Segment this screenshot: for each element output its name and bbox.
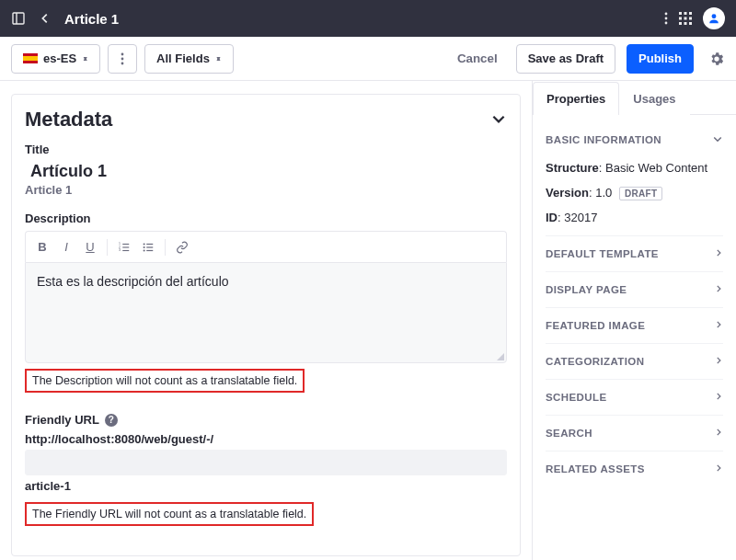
gear-icon[interactable] [708, 51, 725, 67]
svg-rect-0 [13, 13, 24, 24]
title-sub: Article 1 [25, 183, 507, 197]
save-draft-button[interactable]: Save as Draft [516, 44, 615, 74]
svg-rect-8 [679, 17, 682, 20]
flag-spain-icon [23, 53, 38, 63]
svg-rect-29 [146, 249, 153, 250]
side-tabs: Properties Usages [533, 81, 736, 115]
metadata-heading: Metadata [25, 108, 112, 131]
svg-rect-10 [689, 17, 692, 20]
structure-row: Structure: Basic Web Content [546, 155, 723, 180]
svg-rect-11 [679, 22, 682, 25]
chevron-right-icon [714, 248, 723, 259]
friendly-url-slug: article-1 [25, 479, 507, 493]
help-icon[interactable]: ? [105, 414, 118, 427]
ordered-list-icon[interactable]: 123 [113, 236, 135, 258]
toolbar: es-ES ▲▼ All Fields ▲▼ Cancel Save as Dr… [0, 37, 736, 81]
italic-icon[interactable]: I [55, 236, 77, 258]
description-editor[interactable]: Esta es la descripción del artículo [25, 262, 507, 363]
svg-point-3 [665, 17, 668, 20]
version-row: Version: 1.0 DRAFT [546, 180, 723, 205]
section-categorization[interactable]: CATEGORIZATION [546, 343, 723, 379]
bold-icon[interactable]: B [31, 236, 53, 258]
fields-filter-selector[interactable]: All Fields ▲▼ [144, 44, 234, 74]
friendly-url-note: The Friendly URL will not count as a tra… [25, 502, 314, 526]
chevron-right-icon [714, 320, 723, 331]
cancel-button[interactable]: Cancel [450, 44, 505, 74]
locale-selector[interactable]: es-ES ▲▼ [11, 44, 100, 74]
svg-point-16 [121, 57, 124, 60]
topbar: Article 1 [0, 0, 736, 37]
friendly-url-prefix: http://localhost:8080/web/guest/-/ [25, 432, 507, 446]
chevron-right-icon [714, 428, 723, 439]
description-note: The Description will not count as a tran… [25, 369, 305, 393]
cards-view-icon[interactable] [11, 11, 26, 26]
chevron-down-icon[interactable] [490, 110, 507, 130]
side-panel: Properties Usages BASIC INFORMATION Stru… [532, 81, 736, 560]
id-row: ID: 32017 [546, 205, 723, 230]
apps-grid-icon[interactable] [679, 12, 692, 25]
basic-info-heading[interactable]: BASIC INFORMATION [546, 124, 723, 155]
main-content: Metadata Title Artículo 1 Article 1 Desc… [0, 81, 532, 560]
svg-text:3: 3 [119, 248, 121, 252]
unordered-list-icon[interactable] [137, 236, 159, 258]
svg-rect-27 [146, 243, 153, 244]
chevron-right-icon [714, 463, 723, 474]
editor-toolbar: B I U 123 [25, 231, 507, 262]
title-label: Title [25, 143, 507, 156]
divider [165, 239, 166, 256]
kebab-icon[interactable] [664, 12, 668, 25]
tab-usages[interactable]: Usages [619, 82, 689, 115]
locale-label: es-ES [43, 51, 76, 65]
svg-rect-6 [684, 12, 687, 15]
svg-rect-9 [684, 17, 687, 20]
publish-button[interactable]: Publish [627, 44, 694, 74]
chevron-right-icon [714, 356, 723, 367]
section-related-assets[interactable]: RELATED ASSETS [546, 451, 723, 486]
svg-point-15 [121, 52, 124, 55]
friendly-url-label: Friendly URL ? [25, 413, 507, 427]
status-badge: DRAFT [619, 187, 662, 200]
chevron-down-icon [712, 133, 723, 146]
section-display-page[interactable]: DISPLAY PAGE [546, 271, 723, 307]
description-label: Description [25, 211, 507, 225]
svg-rect-12 [684, 22, 687, 25]
svg-rect-5 [679, 12, 682, 15]
section-featured-image[interactable]: FEATURED IMAGE [546, 307, 723, 343]
svg-point-26 [144, 249, 145, 251]
svg-point-4 [665, 22, 668, 25]
svg-point-14 [712, 14, 717, 18]
svg-point-24 [144, 243, 145, 245]
underline-icon[interactable]: U [79, 236, 101, 258]
chevron-right-icon [714, 284, 723, 295]
fields-filter-label: All Fields [156, 51, 210, 65]
back-icon[interactable] [39, 12, 52, 25]
user-avatar[interactable] [703, 7, 725, 29]
chevron-right-icon [714, 392, 723, 403]
divider [107, 239, 108, 256]
friendly-url-input[interactable] [25, 450, 507, 475]
section-search[interactable]: SEARCH [546, 415, 723, 451]
section-schedule[interactable]: SCHEDULE [546, 379, 723, 415]
more-actions-button[interactable] [108, 44, 137, 74]
svg-point-25 [144, 246, 145, 247]
page-title: Article 1 [64, 11, 119, 27]
link-icon[interactable] [171, 236, 193, 258]
svg-rect-28 [146, 246, 153, 247]
title-main: Artículo 1 [30, 162, 507, 181]
metadata-card: Metadata Title Artículo 1 Article 1 Desc… [11, 94, 521, 556]
svg-rect-7 [689, 12, 692, 15]
svg-point-17 [121, 62, 124, 64]
tab-properties[interactable]: Properties [533, 82, 619, 115]
section-default-template[interactable]: DEFAULT TEMPLATE [546, 235, 723, 271]
svg-rect-13 [689, 22, 692, 25]
svg-point-2 [665, 13, 668, 16]
